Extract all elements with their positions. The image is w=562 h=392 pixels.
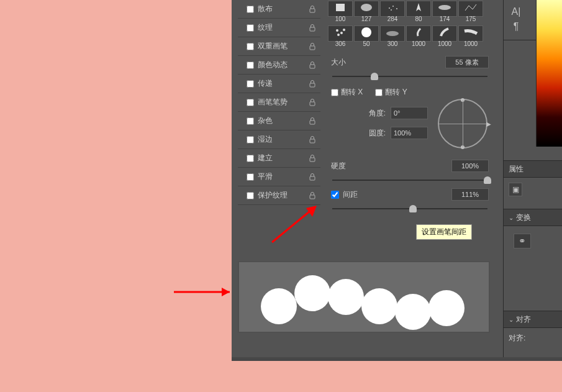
option-label: 颜色动态 <box>258 60 308 70</box>
flip-x-checkbox[interactable] <box>331 89 338 96</box>
svg-point-21 <box>337 34 340 36</box>
color-dynamics-checkbox[interactable] <box>247 62 254 69</box>
size-slider[interactable] <box>332 76 487 77</box>
option-noise[interactable]: 杂色 <box>238 112 320 130</box>
brush-preset[interactable]: 300 <box>380 25 405 42</box>
hardness-input[interactable] <box>451 160 489 172</box>
noise-checkbox[interactable] <box>247 117 254 125</box>
lock-icon[interactable] <box>308 117 317 125</box>
option-transfer[interactable]: 传递 <box>238 75 320 93</box>
preview-stroke <box>263 264 465 330</box>
lock-icon[interactable] <box>308 98 317 107</box>
build-up-checkbox[interactable] <box>247 155 254 162</box>
spacing-checkbox[interactable] <box>331 191 339 199</box>
lock-icon[interactable] <box>308 61 317 70</box>
option-dual-brush[interactable]: 双重画笔 <box>238 37 320 56</box>
brush-preset[interactable]: 50 <box>354 25 379 42</box>
transform-header[interactable]: ⌄ 变换 <box>504 209 562 226</box>
align-header[interactable]: ⌄ 对齐 <box>504 311 562 328</box>
svg-rect-2 <box>310 46 315 50</box>
option-label: 画笔笔势 <box>258 97 308 107</box>
angle-handle-top[interactable] <box>461 98 465 102</box>
angle-input[interactable] <box>391 107 428 119</box>
option-scatter[interactable]: 散布 <box>238 0 320 19</box>
lock-icon[interactable] <box>308 154 317 163</box>
brush-preset[interactable]: 1000 <box>432 25 457 42</box>
spacing-label: 间距 <box>343 189 451 200</box>
angle-handle-bottom[interactable] <box>461 145 465 149</box>
color-gradient-swatch[interactable] <box>536 0 562 147</box>
spacing-row: 间距 <box>326 186 494 203</box>
option-label: 纹理 <box>258 22 308 33</box>
angle-wheel[interactable]: ▶ <box>438 99 487 148</box>
svg-point-20 <box>343 29 345 31</box>
texture-checkbox[interactable] <box>247 24 254 32</box>
lock-icon[interactable] <box>308 173 317 181</box>
option-label: 平滑 <box>258 171 308 182</box>
svg-point-12 <box>361 4 372 11</box>
roundness-row: 圆度: <box>356 127 438 139</box>
image-icon[interactable]: ▣ <box>509 183 522 196</box>
brush-preset[interactable]: 127 <box>354 1 379 17</box>
lock-icon[interactable] <box>308 135 317 144</box>
scatter-checkbox[interactable] <box>247 6 254 13</box>
slider-thumb[interactable] <box>484 176 491 184</box>
option-label: 保护纹理 <box>258 190 308 201</box>
option-smoothing[interactable]: 平滑 <box>238 168 320 186</box>
transform-label: 变换 <box>516 212 531 223</box>
option-brush-pose[interactable]: 画笔笔势 <box>238 93 320 112</box>
option-label: 传递 <box>258 78 308 89</box>
brush-preset[interactable]: 80 <box>406 1 431 17</box>
paragraph-icon[interactable]: ¶ <box>509 20 523 34</box>
slider-thumb[interactable] <box>371 73 378 80</box>
link-icon[interactable]: ⚭ <box>514 234 531 248</box>
brush-preset[interactable]: 100 <box>328 1 353 17</box>
brush-preset[interactable]: 1000 <box>406 25 431 42</box>
brush-preset[interactable]: 175 <box>458 1 483 17</box>
brush-preset[interactable]: 306 <box>328 25 353 42</box>
angle-section: 角度: 圆度: ▶ <box>326 103 494 151</box>
option-color-dynamics[interactable]: 颜色动态 <box>238 56 320 75</box>
lock-icon[interactable] <box>308 191 317 200</box>
brush-options-panel: 散布 纹理 双重画笔 颜色动态 传递 画笔笔势 杂色 湿边 建立 <box>238 0 320 205</box>
spacing-input[interactable] <box>451 188 489 201</box>
slider-thumb[interactable] <box>409 205 417 212</box>
lock-icon[interactable] <box>308 42 317 51</box>
angle-arrow-icon: ▶ <box>486 121 491 127</box>
svg-point-17 <box>438 5 451 10</box>
flip-y-check[interactable]: 翻转 Y <box>375 87 407 98</box>
roundness-input[interactable] <box>391 127 428 139</box>
brush-preset[interactable]: 174 <box>432 1 457 17</box>
transfer-checkbox[interactable] <box>247 80 254 88</box>
brush-pose-checkbox[interactable] <box>247 99 254 106</box>
brush-settings-panel: 100 127 284 80 174 175 306 50 300 1000 1… <box>326 0 494 214</box>
svg-rect-5 <box>310 102 315 106</box>
svg-rect-3 <box>310 65 315 68</box>
option-build-up[interactable]: 建立 <box>238 149 320 168</box>
flip-y-checkbox[interactable] <box>375 89 383 96</box>
option-texture[interactable]: 纹理 <box>238 19 320 37</box>
lock-icon[interactable] <box>308 24 317 32</box>
wet-edges-checkbox[interactable] <box>247 136 254 144</box>
svg-rect-7 <box>310 139 315 143</box>
type-vertical-icon[interactable]: A| <box>509 5 523 19</box>
option-label: 杂色 <box>258 116 308 126</box>
option-wet-edges[interactable]: 湿边 <box>238 130 320 149</box>
protect-texture-checkbox[interactable] <box>247 192 254 199</box>
flip-x-check[interactable]: 翻转 X <box>331 87 363 98</box>
smoothing-checkbox[interactable] <box>247 173 254 181</box>
spacing-slider[interactable] <box>332 208 487 209</box>
size-input[interactable] <box>445 56 489 68</box>
align-label: 对齐 <box>516 314 531 325</box>
hardness-label: 硬度 <box>331 161 451 171</box>
properties-header[interactable]: 属性 <box>504 160 562 178</box>
hardness-slider[interactable] <box>332 180 487 181</box>
stroke-dot <box>361 288 397 324</box>
option-label: 湿边 <box>258 134 308 145</box>
brush-preset[interactable]: 1000 <box>458 25 483 42</box>
lock-icon[interactable] <box>308 5 317 14</box>
stroke-dot <box>328 279 364 315</box>
dual-brush-checkbox[interactable] <box>247 43 254 50</box>
lock-icon[interactable] <box>308 80 317 88</box>
brush-preset[interactable]: 284 <box>380 1 405 17</box>
